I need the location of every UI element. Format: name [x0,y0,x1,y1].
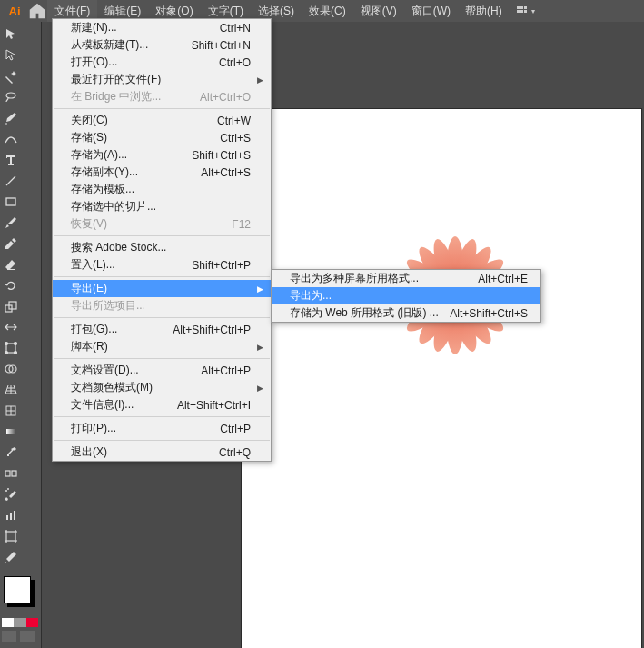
svg-rect-25 [14,511,15,520]
lasso-tool[interactable] [0,86,21,107]
magic-wand-tool[interactable] [0,65,21,86]
svg-rect-5 [524,10,527,13]
menu-item[interactable]: 文档颜色模式(M)▶ [53,379,271,396]
svg-rect-23 [6,515,8,520]
svg-rect-24 [10,513,12,520]
symbol-sprayer-tool[interactable] [0,484,21,504]
scale-tool[interactable] [0,295,21,316]
artboard-tool[interactable] [0,525,21,546]
submenu-item[interactable]: 导出为多种屏幕所用格式...Alt+Ctrl+E [272,270,540,287]
menu-item: 导出所选项目... [53,297,271,314]
menu-item[interactable]: 文档设置(D)...Alt+Ctrl+P [53,362,271,379]
eraser-tool[interactable] [0,254,21,274]
type-tool[interactable] [0,149,21,170]
svg-rect-4 [520,10,523,13]
color-mode-bar[interactable] [2,618,38,627]
workspace-switcher-icon[interactable]: ▾ [517,6,535,15]
menu-item[interactable]: 最近打开的文件(F)▶ [53,71,271,88]
svg-point-21 [5,490,7,492]
free-transform-tool[interactable] [0,337,21,358]
toolbar [0,22,42,648]
menu-item[interactable]: 导出(E)▶ [53,280,271,297]
app-logo: Ai [4,0,25,22]
svg-rect-2 [524,6,527,9]
svg-rect-19 [5,471,10,476]
perspective-grid-tool[interactable] [0,379,21,400]
svg-rect-18 [6,429,15,434]
menu-view[interactable]: 视图(V) [353,0,404,22]
artboard[interactable] [242,109,641,648]
svg-rect-20 [12,471,16,476]
menu-item: 恢复(V)F12 [53,215,271,233]
fill-stroke-swatch[interactable] [4,576,31,603]
svg-rect-3 [517,10,520,13]
submenu-item[interactable]: 导出为... [272,287,540,304]
menu-item[interactable]: 存储选中的切片... [53,198,271,215]
shape-builder-tool[interactable] [0,358,21,379]
pen-tool[interactable] [0,107,21,128]
mesh-tool[interactable] [0,400,21,421]
menu-item[interactable]: 脚本(R)▶ [53,338,271,355]
selection-tool[interactable] [0,24,21,45]
menu-item[interactable]: 从模板新建(T)...Shift+Ctrl+N [53,36,271,54]
rotate-tool[interactable] [0,274,21,295]
menu-item[interactable]: 存储为(A)...Shift+Ctrl+S [53,146,271,164]
svg-point-13 [5,351,7,354]
svg-point-6 [6,93,15,98]
home-icon[interactable] [27,1,47,21]
menu-effect[interactable]: 效果(C) [302,0,353,22]
blend-tool[interactable] [0,463,21,484]
menu-item: 在 Bridge 中浏览...Alt+Ctrl+O [53,88,271,105]
direct-selection-tool[interactable] [0,45,21,65]
menu-item[interactable]: 存储为模板... [53,181,271,198]
menu-item[interactable]: 存储副本(Y)...Alt+Ctrl+S [53,164,271,181]
slice-tool[interactable] [0,546,21,567]
menu-item[interactable]: 文件信息(I)...Alt+Shift+Ctrl+I [53,396,271,414]
menu-item[interactable]: 打印(P)...Ctrl+P [53,420,271,437]
svg-point-22 [7,488,9,490]
paintbrush-tool[interactable] [0,212,21,233]
shaper-tool[interactable] [0,233,21,254]
file-menu-dropdown: 新建(N)...Ctrl+N从模板新建(T)...Shift+Ctrl+N打开(… [52,18,272,462]
menu-item[interactable]: 存储(S)Ctrl+S [53,129,271,146]
menu-help[interactable]: 帮助(H) [458,0,510,22]
svg-rect-26 [6,532,15,541]
menu-item[interactable]: 置入(L)...Shift+Ctrl+P [53,256,271,274]
svg-point-12 [14,342,16,344]
column-graph-tool[interactable] [0,504,21,525]
menu-item[interactable]: 关闭(C)Ctrl+W [53,112,271,129]
rectangle-tool[interactable] [0,191,21,212]
export-submenu: 导出为多种屏幕所用格式...Alt+Ctrl+E导出为...存储为 Web 所用… [271,269,541,323]
line-tool[interactable] [0,170,21,191]
width-tool[interactable] [0,316,21,337]
svg-rect-7 [6,198,15,205]
svg-rect-0 [517,6,520,9]
menu-window[interactable]: 窗口(W) [404,0,458,22]
menu-item[interactable]: 搜索 Adobe Stock... [53,239,271,256]
menu-item[interactable]: 打开(O)...Ctrl+O [53,54,271,71]
svg-point-11 [5,342,7,344]
menu-item[interactable]: 退出(X)Ctrl+Q [53,444,271,461]
screen-mode-icons[interactable] [2,631,38,642]
submenu-item[interactable]: 存储为 Web 所用格式 (旧版) ...Alt+Shift+Ctrl+S [272,304,540,322]
menu-item[interactable]: 打包(G)...Alt+Shift+Ctrl+P [53,321,271,338]
menu-item[interactable]: 新建(N)...Ctrl+N [53,19,271,36]
svg-rect-1 [520,6,523,9]
curvature-tool[interactable] [0,128,21,149]
svg-point-14 [14,351,16,354]
eyedropper-tool[interactable] [0,442,21,463]
svg-rect-10 [6,344,15,353]
gradient-tool[interactable] [0,421,21,442]
